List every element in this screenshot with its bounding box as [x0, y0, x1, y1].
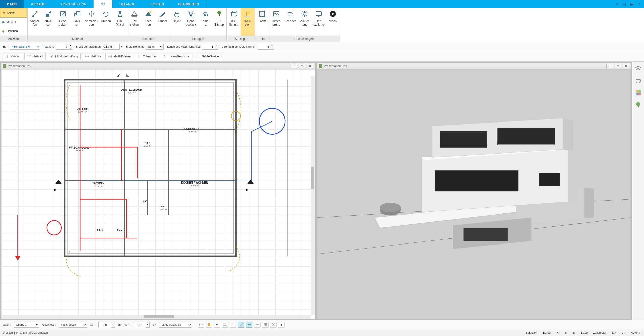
ribbon-video-button[interactable]: Video	[326, 8, 340, 36]
ribbon-hintergrund-button[interactable]: Hinter- grund	[269, 8, 283, 36]
view-2d[interactable]: B B ABSTELLRAUM8,31 m²KELLER14,09 m²SCHL…	[1, 69, 315, 319]
toleranzen-button[interactable]: ±Toleranzen	[135, 53, 159, 60]
pane-maximize-icon[interactable]: ◻	[299, 64, 305, 68]
geschoss-label: Geschoss :	[42, 323, 56, 326]
katalog-button[interactable]: Katalog	[3, 53, 23, 60]
main-menubar: DATEI PROJEKT KONSTRUKTION 3D GELÄNDE SI…	[0, 0, 644, 8]
window-minimize-icon[interactable]: ✕	[614, 2, 619, 7]
ribbon-verschieben-button[interactable]: Verschie- ben	[84, 8, 99, 36]
tab-konstruktion[interactable]: KONSTRUKTION	[53, 0, 94, 8]
tab-3d[interactable]: 3D	[94, 0, 112, 8]
ueberhang-spin[interactable]: ▲▼	[258, 44, 274, 50]
ribbon-bearbeiten-button[interactable]: Bear- beiten	[56, 8, 70, 36]
coord-mode-select[interactable]: dx,dy (relativ ka	[159, 322, 192, 328]
snap-wall-icon[interactable]	[246, 322, 252, 328]
ribbon-objekt-label: Objekt	[173, 20, 181, 23]
window-maximize-icon[interactable]: ▣	[629, 2, 634, 7]
layer-select[interactable]: Ebene 1	[14, 322, 39, 328]
laenge-spin[interactable]: ▲▼	[202, 44, 218, 50]
ribbon-lichtquelle-button[interactable]: Licht- quelle ▾	[184, 8, 198, 36]
window-restore-icon[interactable]: ◱	[621, 2, 627, 7]
svg-rect-47	[464, 228, 508, 241]
snap-grid-icon[interactable]	[222, 322, 228, 328]
ribbon-zuweisen-button[interactable]: Zuwei- sen	[42, 8, 56, 36]
svg-rect-51	[636, 90, 638, 93]
svg-rect-54	[638, 93, 641, 95]
ribbon-3d-schnitt-button[interactable]: 3D- Schnitt	[227, 8, 241, 36]
3d-bitmap-icon	[215, 10, 223, 18]
snap-intersection-icon[interactable]	[254, 322, 261, 328]
svg-rect-58	[208, 323, 210, 326]
text-cursor-icon[interactable]: I	[278, 322, 285, 328]
tab-datei[interactable]: DATEI	[0, 0, 24, 8]
ribbon-group-title: Material	[28, 36, 127, 42]
svg-point-55	[636, 102, 640, 106]
hintergrund-icon	[272, 10, 281, 18]
ribbon-beleuchtung-button[interactable]: Beleuch- tung	[298, 8, 312, 36]
masszahl-button[interactable]: 1,2Maßzahl	[24, 53, 46, 60]
side-mark[interactable]: Mark. ▾	[0, 18, 27, 27]
masslinie-button[interactable]: Maßlinie	[82, 53, 104, 60]
dropdown-icon[interactable]: ▾	[121, 45, 123, 48]
ribbon-flaeche-button[interactable]: Fläche	[255, 8, 269, 36]
svg-rect-28	[67, 82, 233, 254]
ribbon-drehen-button[interactable]: Drehen	[99, 8, 113, 36]
snap-north-icon[interactable]: N	[270, 322, 277, 328]
dx-input[interactable]: ▲▼	[98, 322, 115, 328]
side-optionen[interactable]: + Optionen	[0, 26, 27, 36]
color-palette-icon[interactable]	[635, 89, 642, 96]
snap-object-icon[interactable]	[206, 322, 212, 328]
darstellung-icon	[314, 10, 323, 18]
texthoehe-spin[interactable]: ▲▼	[56, 44, 72, 50]
ribbon-hin-pinsel-button[interactable]: Hin. Pinsel	[113, 8, 127, 36]
ribbon-darstellung-button[interactable]: Dar- stellung	[312, 8, 326, 36]
ribbon-skalieren-button[interactable]: Skalie- ren	[70, 8, 84, 36]
ribbon-abgreifen-button[interactable]: Abgrei- fen	[28, 8, 42, 36]
tab-bearbeiten[interactable]: BEARBEITEN	[171, 0, 206, 8]
side-selekt[interactable]: Selekt	[0, 8, 27, 18]
massbeschriftung-button[interactable]: TXTMaßbeschriftung	[47, 53, 81, 60]
tree-icon[interactable]	[635, 101, 642, 108]
breite-input[interactable]	[102, 44, 120, 50]
window-help-icon[interactable]: ?	[636, 2, 642, 7]
furniture-icon[interactable]	[635, 77, 642, 84]
horizontal-scrollbar[interactable]	[1, 315, 311, 319]
ribbon-schatten2-button[interactable]: Schatten	[283, 8, 298, 36]
masshilfslinien-button[interactable]: Maßhilfslinien	[105, 53, 133, 60]
ribbon-kollision-button[interactable]: Kolli- sion	[241, 8, 255, 36]
tab-sichten[interactable]: SICHTEN	[142, 0, 171, 8]
vertical-scrollbar[interactable]	[311, 76, 315, 315]
view-3d[interactable]	[317, 69, 631, 319]
preset-select[interactable]: <Bemaßung M	[10, 44, 40, 50]
layer-button[interactable]: Layer/Geschoss	[161, 53, 192, 60]
snap-point-icon[interactable]	[214, 322, 220, 328]
pane-minimize-icon[interactable]: —	[606, 64, 613, 68]
snap-line-icon[interactable]	[238, 322, 244, 328]
groesse-button[interactable]: Größe/Position	[194, 53, 223, 60]
layers-panel-icon[interactable]	[635, 65, 642, 72]
clock-icon[interactable]	[198, 322, 204, 328]
ribbon-kamera-button[interactable]: Kame- ra	[198, 8, 212, 36]
ribbon-rechnen-button[interactable]: Rech- nen	[141, 8, 155, 36]
tab-gelaende[interactable]: GELÄNDE	[112, 0, 142, 8]
ribbon-objekt-button[interactable]: Objekt	[170, 8, 184, 36]
geschoss-select[interactable]: Kellergesch	[59, 322, 87, 328]
pane-close-icon[interactable]: ✕	[623, 64, 629, 68]
ribbon-3d-bitmap-button[interactable]: 3D- Bitmap	[212, 8, 226, 36]
ribbon-darstellen-button[interactable]: Dar- stellen	[127, 8, 141, 36]
ribbon-bearbeiten-label: Bear- beiten	[59, 20, 67, 27]
svg-text:±: ±	[138, 55, 140, 58]
svg-rect-60	[248, 324, 251, 325]
enden-select[interactable]: Strich	[146, 44, 164, 50]
tab-projekt[interactable]: PROJEKT	[24, 0, 53, 8]
snap-grid2-icon[interactable]	[262, 322, 269, 328]
svg-point-12	[189, 12, 192, 15]
pane-minimize-icon[interactable]: —	[291, 64, 297, 68]
svg-marker-41	[563, 118, 573, 151]
svg-text:B: B	[54, 188, 56, 191]
snap-angle-icon[interactable]	[230, 322, 236, 328]
pane-maximize-icon[interactable]: ◻	[615, 64, 621, 68]
dy-input[interactable]: ▲▼	[133, 322, 150, 328]
pane-close-icon[interactable]: ✕	[307, 64, 313, 68]
ribbon-pinsel-button[interactable]: Pinsel	[155, 8, 170, 36]
